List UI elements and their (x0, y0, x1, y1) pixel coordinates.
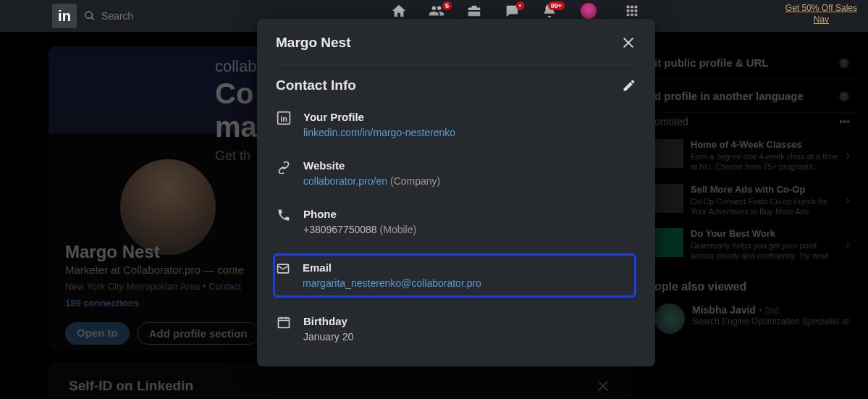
phone-number: +380967750088 (303, 224, 377, 235)
briefcase-icon (466, 3, 482, 19)
search-box[interactable] (84, 10, 246, 22)
search-icon (84, 10, 96, 22)
modal-title: Margo Nest (276, 35, 350, 51)
contact-info-heading: Contact Info (276, 77, 356, 93)
website-item: Website collaborator.pro/en(Company) (276, 156, 636, 190)
linkedin-icon: in (277, 111, 291, 125)
nav-home[interactable] (391, 3, 407, 19)
info-label: Birthday (303, 315, 353, 327)
email-item: Email margarita_nesterenko@collaborator.… (273, 253, 636, 298)
nav-messaging[interactable]: • (504, 3, 520, 19)
notif-badge: 99+ (548, 1, 565, 10)
phone-icon (277, 208, 291, 222)
profile-url-link[interactable]: linkedin.com/in/margo-nesterenko (303, 127, 455, 138)
info-label: Your Profile (303, 111, 455, 123)
svg-text:in: in (280, 114, 287, 123)
nav-network[interactable]: 5 (429, 3, 444, 19)
link-icon (277, 159, 291, 174)
sales-nav-promo[interactable]: Get 50% Off SalesNav (785, 3, 857, 25)
email-icon (276, 261, 290, 276)
calendar-icon (277, 315, 291, 329)
email-link[interactable]: margarita_nesterenko@collaborator.pro (303, 277, 481, 289)
home-icon (391, 3, 407, 19)
contact-info-modal: Margo Nest Contact Info in Your Profile … (257, 19, 655, 366)
msg-badge: • (516, 1, 524, 10)
website-link[interactable]: collaborator.pro/en (303, 175, 387, 187)
avatar-icon (581, 3, 597, 19)
svg-rect-7 (279, 318, 290, 327)
website-type: (Company) (390, 175, 440, 187)
info-label: Phone (303, 208, 416, 220)
grid-icon (624, 3, 640, 19)
your-profile-item: in Your Profile linkedin.com/in/margo-ne… (276, 108, 636, 142)
close-icon[interactable] (620, 35, 636, 51)
birthday-item: Birthday January 20 (276, 312, 636, 346)
info-label: Website (303, 159, 440, 172)
search-input[interactable] (101, 10, 246, 22)
linkedin-logo[interactable]: in (52, 4, 77, 28)
phone-item: Phone +380967750088(Mobile) (276, 205, 636, 239)
edit-icon[interactable] (622, 78, 636, 93)
nav-jobs[interactable] (466, 3, 482, 19)
birthday-value: January 20 (303, 331, 353, 343)
info-label: Email (303, 261, 481, 274)
phone-type: (Mobile) (380, 224, 417, 235)
network-badge: 5 (442, 1, 452, 10)
